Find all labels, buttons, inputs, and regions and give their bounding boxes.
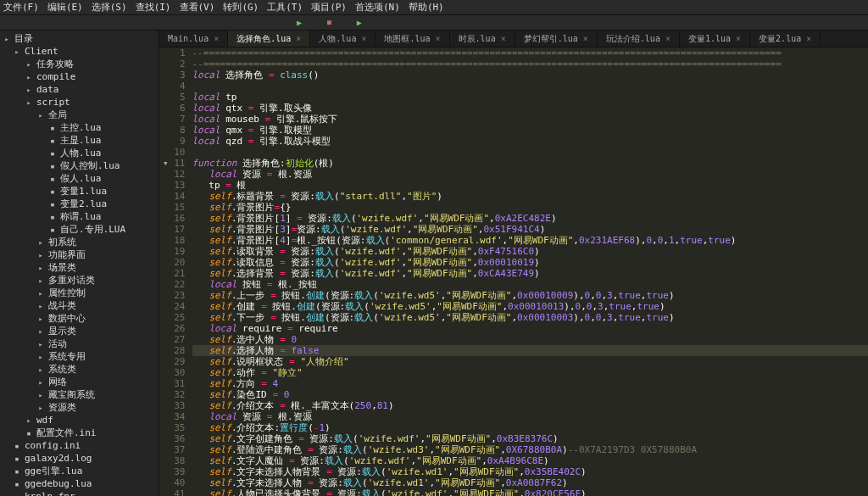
tree-folder[interactable]: ▸活动 bbox=[0, 337, 159, 350]
code-line[interactable]: local require = require bbox=[192, 323, 869, 334]
editor-tab[interactable]: 梦幻帮引.lua× bbox=[515, 31, 598, 47]
menu-item[interactable]: 帮助(H) bbox=[409, 1, 444, 14]
close-icon[interactable]: × bbox=[736, 34, 741, 43]
tree-folder[interactable]: ▸战斗类 bbox=[0, 299, 159, 312]
tree-folder[interactable]: ▸Client bbox=[0, 45, 159, 58]
tree-file[interactable]: ▪ggedebug.lua bbox=[0, 477, 159, 490]
tree-file[interactable]: ▪自己.专用.LUA bbox=[0, 223, 159, 236]
run-alt-button[interactable]: ▶ bbox=[357, 18, 362, 27]
tree-file[interactable]: ▪称谓.lua bbox=[0, 210, 159, 223]
editor-tab[interactable]: Main.lua× bbox=[159, 31, 228, 47]
code-line[interactable]: self.介绍文本 = 根._丰富文本(250,81) bbox=[192, 400, 869, 411]
code-line[interactable]: function 选择角色:初始化(根) bbox=[192, 158, 869, 169]
menu-item[interactable]: 编辑(E) bbox=[47, 1, 83, 14]
code-line[interactable]: self.背景图片={} bbox=[192, 202, 869, 213]
tree-file[interactable]: ▪变量2.lua bbox=[0, 198, 159, 210]
code-line[interactable]: self.登陆选中建角色 = 资源:载入('wzife.wd3',"网易WDF动… bbox=[192, 444, 869, 455]
tree-file[interactable]: ▪主显.lua bbox=[0, 134, 159, 147]
code-line[interactable]: self.选择人物 = false bbox=[192, 345, 869, 356]
editor-tab[interactable]: 人物.lua× bbox=[310, 31, 376, 47]
editor-tab[interactable]: 玩法介绍.lua× bbox=[598, 31, 680, 47]
editor-tab[interactable]: 地图框.lua× bbox=[376, 31, 449, 47]
close-icon[interactable]: × bbox=[214, 34, 219, 43]
code-line[interactable]: self.标题背景 = 资源:载入("start.dll","图片") bbox=[192, 191, 869, 202]
code-line[interactable]: self.动作 = "静立" bbox=[192, 367, 869, 378]
editor-tab[interactable]: 选择角色.lua× bbox=[228, 31, 310, 47]
tree-file[interactable]: ▪配置文件.ini bbox=[0, 426, 159, 439]
menu-item[interactable]: 项目(P) bbox=[311, 1, 347, 14]
menu-item[interactable]: 查找(I) bbox=[136, 1, 171, 14]
tree-folder[interactable]: ▸compile bbox=[0, 70, 159, 83]
code-line[interactable]: --======================================… bbox=[192, 59, 869, 70]
code-line[interactable]: local qzd = 引擎.取战斗模型 bbox=[192, 136, 869, 147]
code-line[interactable]: local tp bbox=[192, 92, 869, 103]
stop-button[interactable]: ■ bbox=[327, 19, 331, 26]
run-button[interactable]: ▶ bbox=[297, 18, 302, 27]
code-line[interactable]: local mouseb = 引擎.鼠标按下 bbox=[192, 114, 869, 125]
menu-item[interactable]: 查看(V) bbox=[180, 1, 215, 14]
code-line[interactable]: self.上一步 = 按钮.创建(资源:载入('wzife.wd5',"网易WD… bbox=[192, 290, 869, 301]
close-icon[interactable]: × bbox=[583, 34, 588, 43]
tree-file[interactable]: ▪变量1.lua bbox=[0, 185, 159, 198]
code-line[interactable]: self.背景图片[4]=根._按钮(资源:载入('common/general… bbox=[192, 235, 869, 246]
tree-folder[interactable]: ▸资源类 bbox=[0, 401, 159, 414]
tree-file[interactable]: ▪krnln.fnr bbox=[0, 490, 159, 496]
code-line[interactable]: self.创建 = 按钮.创建(资源:载入('wzife.wd5',"网易WDF… bbox=[192, 301, 869, 312]
code-line[interactable]: self.染色ID = 0 bbox=[192, 389, 869, 400]
close-icon[interactable]: × bbox=[501, 34, 506, 43]
code-line[interactable]: local qtx = 引擎.取头像 bbox=[192, 103, 869, 114]
code-line[interactable]: self.选中人物 = 0 bbox=[192, 334, 869, 345]
code-line[interactable]: local 资源 = 根.资源 bbox=[192, 169, 869, 180]
code-line[interactable]: local 资源 = 根.资源 bbox=[192, 411, 869, 422]
code-line[interactable]: self.读取信息 = 资源:载入('wzife.wdf',"网易WDF动画",… bbox=[192, 257, 869, 268]
tree-folder[interactable]: ▸wdf bbox=[0, 414, 159, 426]
close-icon[interactable]: × bbox=[806, 34, 811, 43]
menu-item[interactable]: 选择(S) bbox=[92, 1, 127, 14]
tree-folder[interactable]: ▸藏宝阁系统 bbox=[0, 388, 159, 401]
tree-file[interactable]: ▪主控.lua bbox=[0, 121, 159, 134]
code-line[interactable]: self.文字人魔仙 = 资源:载入('wzife.wdf',"网易WDF动画"… bbox=[192, 455, 869, 466]
code-line[interactable]: local 按钮 = 根._按钮 bbox=[192, 279, 869, 290]
code-line[interactable]: self.文字未选择人物背景 = 资源:载入('wzife.wd1',"网易WD… bbox=[192, 466, 869, 477]
tree-file[interactable]: ▪config.ini bbox=[0, 439, 159, 452]
tree-file[interactable]: ▪gge引擎.lua bbox=[0, 465, 159, 477]
tree-folder[interactable]: ▸场景类 bbox=[0, 261, 159, 274]
tree-file[interactable]: ▪人物.lua bbox=[0, 147, 159, 159]
menu-item[interactable]: 转到(G) bbox=[223, 1, 259, 14]
code-line[interactable]: self.背景图片[3]=资源:载入('wzife.wdf',"网易WDF动画"… bbox=[192, 224, 869, 235]
tree-folder[interactable]: ▸script bbox=[0, 96, 159, 109]
menu-item[interactable]: 工具(T) bbox=[267, 1, 303, 14]
code-line[interactable]: self.人物已选择头像背景 = 资源:载入('wzife.wdf',"网易WD… bbox=[192, 488, 869, 496]
tree-file[interactable]: ▪假人控制.lua bbox=[0, 159, 159, 172]
code-line[interactable]: self.方向 = 4 bbox=[192, 378, 869, 389]
tree-folder[interactable]: ▸数据中心 bbox=[0, 312, 159, 325]
code-line[interactable]: self.文字创建角色 = 资源:载入('wzife.wdf',"网易WDF动画… bbox=[192, 433, 869, 444]
close-icon[interactable]: × bbox=[361, 34, 366, 43]
tree-folder[interactable]: ▸初系统 bbox=[0, 236, 159, 248]
code-line[interactable]: self.介绍文本:置行度(-1) bbox=[192, 422, 869, 433]
code-line[interactable] bbox=[192, 81, 869, 92]
tree-folder[interactable]: ▸系统专用 bbox=[0, 350, 159, 363]
tree-file[interactable]: ▪假人.lua bbox=[0, 172, 159, 185]
tree-file[interactable]: ▪galaxy2d.log bbox=[0, 452, 159, 465]
tree-folder[interactable]: ▸功能界面 bbox=[0, 248, 159, 261]
tree-folder[interactable]: ▸多重对话类 bbox=[0, 274, 159, 287]
menu-item[interactable]: 文件(F) bbox=[3, 1, 39, 14]
tree-folder[interactable]: ▸data bbox=[0, 83, 159, 96]
code-line[interactable]: self.文字未选择人物 = 资源:载入('wzife.wd1',"网易WDF动… bbox=[192, 477, 869, 488]
close-icon[interactable]: × bbox=[296, 34, 301, 43]
code-line[interactable]: self.说明框状态 = "人物介绍" bbox=[192, 356, 869, 367]
code-area[interactable]: 12345678910▾ 111213141516171819202122232… bbox=[159, 47, 868, 496]
close-icon[interactable]: × bbox=[436, 34, 441, 43]
editor-tab[interactable]: 时辰.lua× bbox=[450, 31, 515, 47]
tree-folder[interactable]: ▸网络 bbox=[0, 376, 159, 388]
tree-folder[interactable]: ▸属性控制 bbox=[0, 287, 159, 299]
editor-tab[interactable]: 变量2.lua× bbox=[750, 31, 821, 47]
file-tree[interactable]: ▸目录▸Client▸任务攻略▸compile▸data▸script▸全局▪主… bbox=[0, 31, 159, 496]
tree-folder[interactable]: ▸显示类 bbox=[0, 325, 159, 337]
code-line[interactable]: self.背景图片[1] = 资源:载入('wzife.wdf',"网易WDF动… bbox=[192, 213, 869, 224]
editor-tab[interactable]: 变量1.lua× bbox=[680, 31, 750, 47]
tree-folder[interactable]: ▸任务攻略 bbox=[0, 58, 159, 70]
code-line[interactable]: tp = 根 bbox=[192, 180, 869, 191]
code-line[interactable]: --======================================… bbox=[192, 47, 869, 59]
